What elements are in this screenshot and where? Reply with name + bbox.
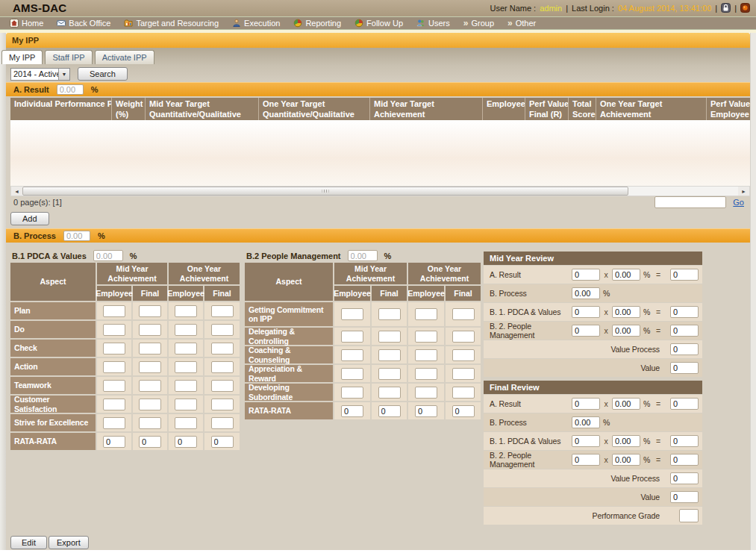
b1-weight-input[interactable] <box>612 306 640 318</box>
b2-total-input[interactable] <box>670 454 699 466</box>
menu-item-other[interactable]: » Other <box>504 17 546 29</box>
score-input[interactable] <box>139 380 161 392</box>
scroll-left-arrow[interactable]: ◄ <box>11 187 22 196</box>
score-input[interactable] <box>175 324 197 336</box>
b2-total-input[interactable] <box>670 325 699 337</box>
score-input[interactable] <box>103 343 125 354</box>
score-input[interactable] <box>139 361 161 373</box>
b1-score-input[interactable] <box>572 306 600 318</box>
performance-grade-input[interactable] <box>679 509 699 522</box>
b1-total-input[interactable] <box>670 306 699 318</box>
score-input[interactable] <box>415 368 437 380</box>
scrollbar-track[interactable] <box>628 187 738 196</box>
value-input[interactable] <box>670 362 699 374</box>
score-input[interactable] <box>211 361 234 373</box>
score-input[interactable] <box>139 399 161 410</box>
result-score-input[interactable] <box>572 398 600 410</box>
menu-item-back-office[interactable]: Back Office <box>53 17 120 29</box>
value-process-input[interactable] <box>670 472 699 484</box>
edit-button[interactable]: Edit <box>10 536 47 549</box>
b1-score-input[interactable] <box>572 435 600 447</box>
score-input[interactable] <box>378 349 401 361</box>
score-input[interactable] <box>211 324 234 336</box>
b2-score-input[interactable] <box>572 454 600 466</box>
people-percent-input[interactable] <box>348 250 378 261</box>
b2-score-input[interactable] <box>572 325 600 337</box>
b2-weight-input[interactable] <box>612 454 640 466</box>
score-input[interactable] <box>175 361 197 373</box>
score-input[interactable] <box>452 331 475 343</box>
score-input[interactable] <box>139 305 161 317</box>
process-percent-input[interactable] <box>63 231 90 241</box>
score-input[interactable] <box>452 308 475 320</box>
result-score-input[interactable] <box>572 269 600 281</box>
value-input[interactable] <box>670 491 699 503</box>
horizontal-scrollbar[interactable]: ◄ ► <box>10 186 750 196</box>
score-input[interactable] <box>139 417 161 429</box>
tab-activate-ipp[interactable]: Activate IPP <box>95 50 154 64</box>
score-input[interactable] <box>341 387 363 399</box>
page-number-input[interactable] <box>655 196 726 208</box>
vertical-scrollbar[interactable] <box>750 33 756 550</box>
pdca-percent-input[interactable] <box>93 250 123 261</box>
score-input[interactable] <box>452 349 475 361</box>
b1-total-input[interactable] <box>670 435 699 447</box>
score-input[interactable] <box>415 308 437 320</box>
score-input[interactable] <box>211 343 234 354</box>
score-input[interactable] <box>452 368 475 380</box>
tab-staff-ipp[interactable]: Staff IPP <box>45 50 92 64</box>
process-weight-input[interactable] <box>572 416 600 428</box>
average-input[interactable] <box>211 436 234 448</box>
period-select[interactable]: 2014 - Active ▼ <box>10 68 70 81</box>
average-input[interactable] <box>139 436 161 448</box>
go-link[interactable]: Go <box>733 198 744 207</box>
score-input[interactable] <box>378 368 401 380</box>
score-input[interactable] <box>211 305 234 317</box>
result-total-input[interactable] <box>670 269 699 281</box>
score-input[interactable] <box>378 308 401 320</box>
average-input[interactable] <box>378 405 401 417</box>
score-input[interactable] <box>139 324 161 336</box>
menu-item-group[interactable]: » Group <box>460 17 504 29</box>
score-input[interactable] <box>211 380 234 392</box>
average-input[interactable] <box>175 436 197 448</box>
score-input[interactable] <box>341 368 363 380</box>
score-input[interactable] <box>211 399 234 410</box>
menu-item-follow-up[interactable]: Follow Up <box>351 17 413 29</box>
score-input[interactable] <box>378 387 401 399</box>
search-button[interactable]: Search <box>78 67 128 81</box>
score-input[interactable] <box>415 387 437 399</box>
score-input[interactable] <box>341 308 363 320</box>
score-input[interactable] <box>415 331 437 343</box>
export-button[interactable]: Export <box>49 536 89 549</box>
score-input[interactable] <box>103 361 125 373</box>
lock-icon[interactable] <box>721 3 731 13</box>
score-input[interactable] <box>415 349 437 361</box>
score-input[interactable] <box>378 331 401 343</box>
result-percent-input[interactable] <box>57 84 84 95</box>
scroll-right-arrow[interactable]: ► <box>738 187 749 196</box>
score-input[interactable] <box>175 305 197 317</box>
score-input[interactable] <box>103 417 125 429</box>
result-weight-input[interactable] <box>612 398 640 410</box>
menu-item-target-resourcing[interactable]: Target and Resourcing <box>120 17 228 29</box>
score-input[interactable] <box>175 417 197 429</box>
score-input[interactable] <box>175 380 197 392</box>
average-input[interactable] <box>452 405 475 417</box>
score-input[interactable] <box>103 324 125 336</box>
score-input[interactable] <box>175 399 197 410</box>
score-input[interactable] <box>211 417 234 429</box>
add-button[interactable]: Add <box>10 212 49 225</box>
score-input[interactable] <box>341 349 363 361</box>
menu-item-home[interactable]: Home <box>6 17 53 29</box>
result-total-input[interactable] <box>670 398 699 410</box>
average-input[interactable] <box>103 436 125 448</box>
result-weight-input[interactable] <box>612 269 640 281</box>
tab-my-ipp[interactable]: My IPP <box>1 50 43 64</box>
value-process-input[interactable] <box>670 343 699 355</box>
menu-item-execution[interactable]: Execution <box>228 17 290 29</box>
score-input[interactable] <box>103 380 125 392</box>
b2-weight-input[interactable] <box>612 325 640 337</box>
score-input[interactable] <box>103 305 125 317</box>
score-input[interactable] <box>175 343 197 354</box>
